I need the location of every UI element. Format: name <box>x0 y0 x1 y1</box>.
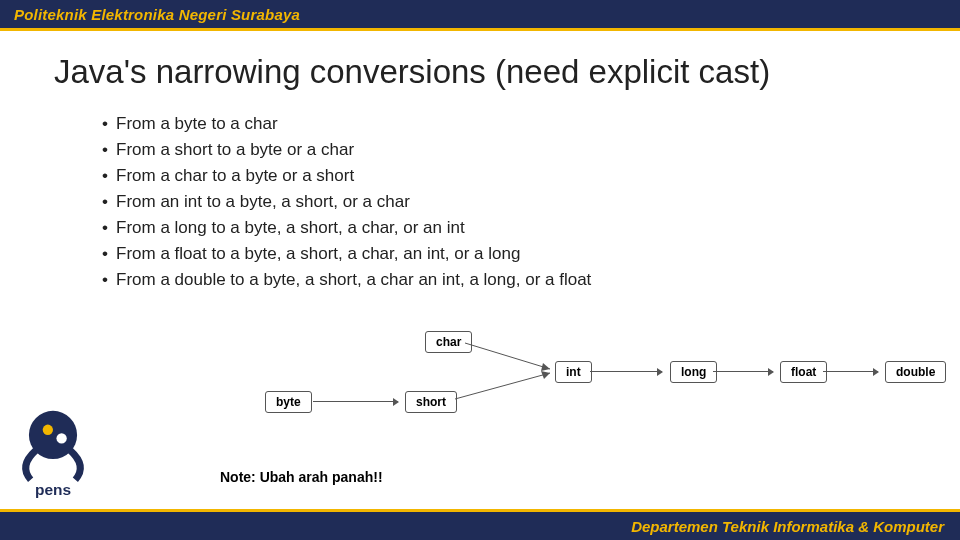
bullet-item: From a byte to a char <box>102 113 960 136</box>
bullet-item: From an int to a byte, a short, or a cha… <box>102 191 960 214</box>
node-double: double <box>885 361 946 383</box>
node-long: long <box>670 361 717 383</box>
department-name: Departemen Teknik Informatika & Komputer <box>631 518 944 535</box>
note-text: Note: Ubah arah panah!! <box>220 469 383 485</box>
bullet-item: From a float to a byte, a short, a char,… <box>102 243 960 266</box>
footer-bar: Departemen Teknik Informatika & Komputer <box>0 512 960 540</box>
bullet-list: From a byte to a char From a short to a … <box>0 99 960 292</box>
svg-point-6 <box>56 433 66 443</box>
svg-line-2 <box>455 373 550 399</box>
svg-line-0 <box>465 343 550 369</box>
bullet-item: From a short to a byte or a char <box>102 139 960 162</box>
header-bar: Politeknik Elektronika Negeri Surabaya <box>0 0 960 28</box>
svg-text:pens: pens <box>35 481 71 498</box>
bullet-item: From a long to a byte, a short, a char, … <box>102 217 960 240</box>
bullet-item: From a double to a byte, a short, a char… <box>102 269 960 292</box>
arrow-byte-short <box>313 401 398 402</box>
arrow-long-float <box>713 371 773 372</box>
node-byte: byte <box>265 391 312 413</box>
slide-body: Java's narrowing conversions (need expli… <box>0 31 960 509</box>
node-short: short <box>405 391 457 413</box>
institution-name: Politeknik Elektronika Negeri Surabaya <box>14 6 300 23</box>
arrow-short-int <box>455 369 565 409</box>
arrow-int-long <box>590 371 662 372</box>
node-float: float <box>780 361 827 383</box>
pens-logo-icon: pens <box>10 405 96 501</box>
bullet-item: From a char to a byte or a short <box>102 165 960 188</box>
type-conversion-diagram: char byte short int long float double <box>265 321 925 431</box>
svg-point-5 <box>43 425 53 435</box>
arrow-float-double <box>823 371 878 372</box>
slide-title: Java's narrowing conversions (need expli… <box>0 31 960 99</box>
